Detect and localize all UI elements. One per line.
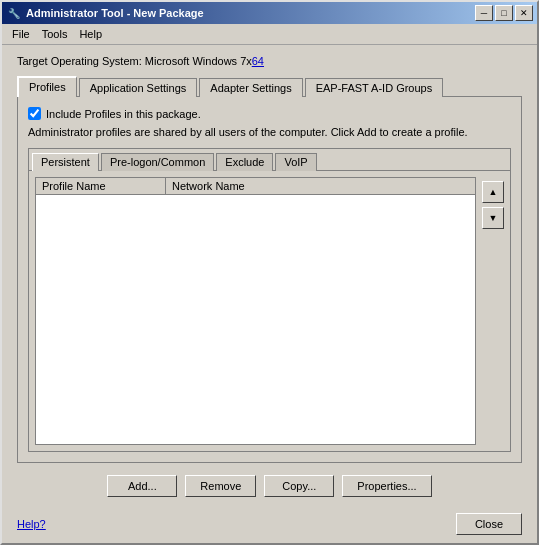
inner-tab-exclude[interactable]: Exclude	[216, 153, 273, 171]
scroll-up-button[interactable]: ▲	[482, 181, 504, 203]
window-close-button[interactable]: ✕	[515, 5, 533, 21]
tab-panel-profiles: Include Profiles in this package. Admini…	[17, 96, 522, 463]
inner-tab-panel-persistent: Profile Name Network Name ▲ ▼	[29, 170, 510, 451]
menu-tools[interactable]: Tools	[36, 26, 74, 42]
title-bar: 🔧 Administrator Tool - New Package ─ □ ✕	[2, 2, 537, 24]
table-body[interactable]	[36, 195, 475, 444]
scroll-buttons: ▲ ▼	[482, 177, 504, 445]
menu-bar: File Tools Help	[2, 24, 537, 45]
main-content: Target Operating System: Microsoft Windo…	[2, 45, 537, 507]
menu-file[interactable]: File	[6, 26, 36, 42]
help-link[interactable]: Help?	[17, 518, 46, 530]
main-tab-bar: Profiles Application Settings Adapter Se…	[17, 75, 522, 96]
tab-adapter-settings[interactable]: Adapter Settings	[199, 78, 302, 97]
window-icon: 🔧	[6, 5, 22, 21]
scroll-down-button[interactable]: ▼	[482, 207, 504, 229]
copy-button[interactable]: Copy...	[264, 475, 334, 497]
target-os-label: Target Operating System: Microsoft Windo…	[17, 55, 252, 67]
add-button[interactable]: Add...	[107, 475, 177, 497]
minimize-button[interactable]: ─	[475, 5, 493, 21]
maximize-button[interactable]: □	[495, 5, 513, 21]
main-window: 🔧 Administrator Tool - New Package ─ □ ✕…	[0, 0, 539, 545]
tab-eap-fast[interactable]: EAP-FAST A-ID Groups	[305, 78, 444, 97]
bottom-buttons: Add... Remove Copy... Properties...	[17, 475, 522, 497]
profiles-table: Profile Name Network Name	[35, 177, 476, 445]
inner-tab-bar: Persistent Pre-logon/Common Exclude VoIP	[29, 149, 510, 170]
title-bar-buttons: ─ □ ✕	[475, 5, 533, 21]
window-title: Administrator Tool - New Package	[26, 7, 475, 19]
remove-button[interactable]: Remove	[185, 475, 256, 497]
close-button[interactable]: Close	[456, 513, 522, 535]
col-profile-name: Profile Name	[36, 178, 166, 194]
profiles-description: Administrator profiles are shared by all…	[28, 126, 511, 138]
target-os-link[interactable]: 64	[252, 55, 264, 67]
include-profiles-checkbox[interactable]	[28, 107, 41, 120]
inner-tab-persistent[interactable]: Persistent	[32, 153, 99, 171]
col-network-name: Network Name	[166, 178, 475, 194]
properties-button[interactable]: Properties...	[342, 475, 431, 497]
include-profiles-label: Include Profiles in this package.	[46, 108, 201, 120]
include-profiles-row: Include Profiles in this package.	[28, 107, 511, 120]
inner-tab-container: Persistent Pre-logon/Common Exclude VoIP…	[28, 148, 511, 452]
tab-profiles[interactable]: Profiles	[17, 76, 77, 97]
target-os-row: Target Operating System: Microsoft Windo…	[17, 55, 522, 67]
table-header: Profile Name Network Name	[36, 178, 475, 195]
tab-application-settings[interactable]: Application Settings	[79, 78, 198, 97]
footer: Help? Close	[2, 507, 537, 543]
inner-tab-prelogon[interactable]: Pre-logon/Common	[101, 153, 214, 171]
inner-tab-voip[interactable]: VoIP	[275, 153, 316, 171]
menu-help[interactable]: Help	[73, 26, 108, 42]
